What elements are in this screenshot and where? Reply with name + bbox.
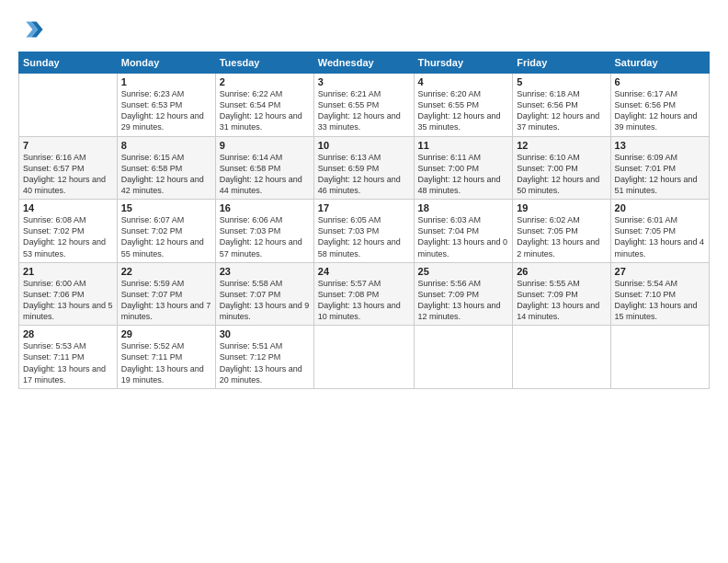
day-info: Sunrise: 6:21 AM Sunset: 6:55 PM Dayligh… bbox=[318, 88, 410, 133]
day-number: 15 bbox=[121, 202, 211, 213]
day-cell: 25Sunrise: 5:56 AM Sunset: 7:09 PM Dayli… bbox=[414, 262, 513, 326]
week-row-3: 14Sunrise: 6:08 AM Sunset: 7:02 PM Dayli… bbox=[19, 200, 710, 263]
day-info: Sunrise: 6:06 AM Sunset: 7:03 PM Dayligh… bbox=[220, 214, 310, 259]
day-number: 21 bbox=[23, 266, 113, 277]
day-cell: 5Sunrise: 6:18 AM Sunset: 6:56 PM Daylig… bbox=[513, 74, 610, 137]
weekday-wednesday: Wednesday bbox=[313, 52, 414, 74]
day-cell bbox=[313, 326, 414, 389]
day-cell: 23Sunrise: 5:58 AM Sunset: 7:07 PM Dayli… bbox=[215, 262, 313, 326]
day-cell: 4Sunrise: 6:20 AM Sunset: 6:55 PM Daylig… bbox=[414, 74, 513, 137]
day-info: Sunrise: 5:53 AM Sunset: 7:11 PM Dayligh… bbox=[23, 340, 113, 385]
day-number: 11 bbox=[418, 140, 509, 151]
day-cell: 20Sunrise: 6:01 AM Sunset: 7:05 PM Dayli… bbox=[610, 200, 709, 263]
day-cell: 29Sunrise: 5:52 AM Sunset: 7:11 PM Dayli… bbox=[117, 326, 215, 389]
day-cell: 17Sunrise: 6:05 AM Sunset: 7:03 PM Dayli… bbox=[313, 200, 414, 263]
day-cell: 26Sunrise: 5:55 AM Sunset: 7:09 PM Dayli… bbox=[513, 262, 610, 326]
day-cell: 14Sunrise: 6:08 AM Sunset: 7:02 PM Dayli… bbox=[19, 200, 118, 263]
day-info: Sunrise: 5:51 AM Sunset: 7:12 PM Dayligh… bbox=[220, 340, 310, 385]
day-info: Sunrise: 6:20 AM Sunset: 6:55 PM Dayligh… bbox=[418, 88, 509, 133]
day-info: Sunrise: 6:08 AM Sunset: 7:02 PM Dayligh… bbox=[23, 214, 113, 259]
day-number: 12 bbox=[517, 140, 606, 151]
day-cell bbox=[610, 326, 709, 389]
day-cell: 9Sunrise: 6:14 AM Sunset: 6:58 PM Daylig… bbox=[215, 136, 313, 200]
day-info: Sunrise: 5:54 AM Sunset: 7:10 PM Dayligh… bbox=[615, 278, 705, 323]
weekday-monday: Monday bbox=[117, 52, 215, 74]
day-number: 14 bbox=[23, 202, 113, 213]
day-number: 22 bbox=[121, 266, 211, 277]
day-cell: 1Sunrise: 6:23 AM Sunset: 6:53 PM Daylig… bbox=[117, 74, 215, 137]
day-info: Sunrise: 6:02 AM Sunset: 7:05 PM Dayligh… bbox=[517, 214, 606, 259]
day-cell: 16Sunrise: 6:06 AM Sunset: 7:03 PM Dayli… bbox=[215, 200, 313, 263]
day-info: Sunrise: 5:58 AM Sunset: 7:07 PM Dayligh… bbox=[220, 278, 310, 323]
week-row-2: 7Sunrise: 6:16 AM Sunset: 6:57 PM Daylig… bbox=[19, 136, 710, 200]
day-cell: 21Sunrise: 6:00 AM Sunset: 7:06 PM Dayli… bbox=[19, 262, 118, 326]
day-number: 27 bbox=[615, 266, 705, 277]
page: SundayMondayTuesdayWednesdayThursdayFrid… bbox=[0, 0, 728, 563]
day-number: 7 bbox=[23, 140, 113, 151]
day-number: 6 bbox=[615, 76, 705, 87]
day-number: 28 bbox=[23, 328, 113, 339]
week-row-4: 21Sunrise: 6:00 AM Sunset: 7:06 PM Dayli… bbox=[19, 262, 710, 326]
day-number: 16 bbox=[220, 202, 310, 213]
header bbox=[18, 17, 710, 42]
day-cell: 3Sunrise: 6:21 AM Sunset: 6:55 PM Daylig… bbox=[313, 74, 414, 137]
day-cell: 6Sunrise: 6:17 AM Sunset: 6:56 PM Daylig… bbox=[610, 74, 709, 137]
day-number: 4 bbox=[418, 76, 509, 87]
day-cell: 11Sunrise: 6:11 AM Sunset: 7:00 PM Dayli… bbox=[414, 136, 513, 200]
day-number: 19 bbox=[517, 202, 606, 213]
day-cell bbox=[513, 326, 610, 389]
day-number: 30 bbox=[220, 328, 310, 339]
weekday-saturday: Saturday bbox=[610, 52, 709, 74]
day-cell: 7Sunrise: 6:16 AM Sunset: 6:57 PM Daylig… bbox=[19, 136, 118, 200]
day-number: 3 bbox=[318, 76, 410, 87]
day-cell: 27Sunrise: 5:54 AM Sunset: 7:10 PM Dayli… bbox=[610, 262, 709, 326]
logo bbox=[18, 17, 48, 42]
day-cell: 28Sunrise: 5:53 AM Sunset: 7:11 PM Dayli… bbox=[19, 326, 118, 389]
week-row-5: 28Sunrise: 5:53 AM Sunset: 7:11 PM Dayli… bbox=[19, 326, 710, 389]
day-number: 24 bbox=[318, 266, 410, 277]
day-number: 20 bbox=[615, 202, 705, 213]
day-info: Sunrise: 5:57 AM Sunset: 7:08 PM Dayligh… bbox=[318, 278, 410, 323]
day-info: Sunrise: 6:09 AM Sunset: 7:01 PM Dayligh… bbox=[615, 152, 705, 197]
day-cell: 12Sunrise: 6:10 AM Sunset: 7:00 PM Dayli… bbox=[513, 136, 610, 200]
day-info: Sunrise: 6:00 AM Sunset: 7:06 PM Dayligh… bbox=[23, 278, 113, 323]
weekday-header-row: SundayMondayTuesdayWednesdayThursdayFrid… bbox=[19, 52, 710, 74]
day-cell: 22Sunrise: 5:59 AM Sunset: 7:07 PM Dayli… bbox=[117, 262, 215, 326]
calendar-table: SundayMondayTuesdayWednesdayThursdayFrid… bbox=[18, 52, 710, 389]
day-number: 9 bbox=[220, 140, 310, 151]
day-info: Sunrise: 6:11 AM Sunset: 7:00 PM Dayligh… bbox=[418, 152, 509, 197]
day-number: 8 bbox=[121, 140, 211, 151]
day-info: Sunrise: 5:59 AM Sunset: 7:07 PM Dayligh… bbox=[121, 278, 211, 323]
day-number: 26 bbox=[517, 266, 606, 277]
weekday-tuesday: Tuesday bbox=[215, 52, 313, 74]
day-number: 23 bbox=[220, 266, 310, 277]
day-cell: 13Sunrise: 6:09 AM Sunset: 7:01 PM Dayli… bbox=[610, 136, 709, 200]
day-info: Sunrise: 6:13 AM Sunset: 6:59 PM Dayligh… bbox=[318, 152, 410, 197]
day-info: Sunrise: 5:52 AM Sunset: 7:11 PM Dayligh… bbox=[121, 340, 211, 385]
day-number: 18 bbox=[418, 202, 509, 213]
day-cell: 8Sunrise: 6:15 AM Sunset: 6:58 PM Daylig… bbox=[117, 136, 215, 200]
weekday-sunday: Sunday bbox=[19, 52, 118, 74]
day-cell: 30Sunrise: 5:51 AM Sunset: 7:12 PM Dayli… bbox=[215, 326, 313, 389]
day-cell: 10Sunrise: 6:13 AM Sunset: 6:59 PM Dayli… bbox=[313, 136, 414, 200]
day-info: Sunrise: 6:01 AM Sunset: 7:05 PM Dayligh… bbox=[615, 214, 705, 259]
day-info: Sunrise: 5:56 AM Sunset: 7:09 PM Dayligh… bbox=[418, 278, 509, 323]
day-info: Sunrise: 6:18 AM Sunset: 6:56 PM Dayligh… bbox=[517, 88, 606, 133]
day-number: 5 bbox=[517, 76, 606, 87]
day-cell: 18Sunrise: 6:03 AM Sunset: 7:04 PM Dayli… bbox=[414, 200, 513, 263]
day-number: 29 bbox=[121, 328, 211, 339]
day-number: 25 bbox=[418, 266, 509, 277]
logo-icon bbox=[18, 17, 44, 42]
day-cell bbox=[19, 74, 118, 137]
day-info: Sunrise: 6:23 AM Sunset: 6:53 PM Dayligh… bbox=[121, 88, 211, 133]
day-number: 1 bbox=[121, 76, 211, 87]
weekday-friday: Friday bbox=[513, 52, 610, 74]
day-cell bbox=[414, 326, 513, 389]
day-info: Sunrise: 6:22 AM Sunset: 6:54 PM Dayligh… bbox=[220, 88, 310, 133]
day-cell: 19Sunrise: 6:02 AM Sunset: 7:05 PM Dayli… bbox=[513, 200, 610, 263]
week-row-1: 1Sunrise: 6:23 AM Sunset: 6:53 PM Daylig… bbox=[19, 74, 710, 137]
day-info: Sunrise: 6:07 AM Sunset: 7:02 PM Dayligh… bbox=[121, 214, 211, 259]
day-info: Sunrise: 6:14 AM Sunset: 6:58 PM Dayligh… bbox=[220, 152, 310, 197]
day-info: Sunrise: 6:10 AM Sunset: 7:00 PM Dayligh… bbox=[517, 152, 606, 197]
day-info: Sunrise: 6:16 AM Sunset: 6:57 PM Dayligh… bbox=[23, 152, 113, 197]
